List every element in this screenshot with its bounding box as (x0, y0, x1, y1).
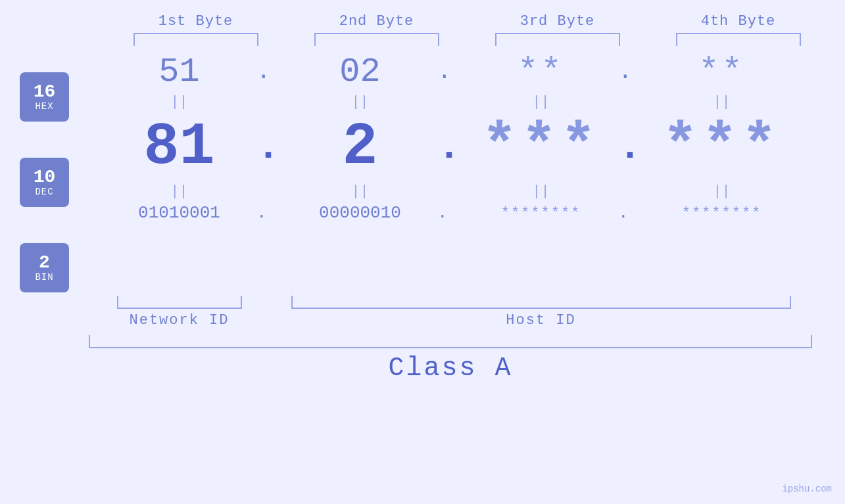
dec-b4-cell: *** (631, 114, 812, 181)
hex-dot2-char: . (437, 58, 452, 85)
dec-b2-value: 2 (342, 107, 377, 187)
hex-badge-label: HEX (35, 101, 53, 112)
dec-b1-value: 81 (143, 107, 214, 187)
bottom-bracket-host (270, 296, 812, 309)
dec-row: 81 . 2 . *** . *** (89, 114, 845, 181)
dec-b3-value: *** (481, 114, 600, 181)
labels-row: Network ID Host ID (0, 312, 845, 329)
bin-b4-cell: ******** (631, 205, 812, 221)
bin-badge-label: BIN (35, 272, 53, 283)
hex-dot1-char: . (256, 58, 271, 85)
hex-b2-cell: 02 (270, 55, 450, 89)
bin-b1-cell: 01010001 (89, 204, 270, 221)
class-a-label: Class A (89, 354, 812, 383)
dec-badge-number: 10 (34, 168, 56, 187)
network-id-label: Network ID (89, 312, 270, 329)
byte3-header: 3rd Byte (467, 13, 648, 30)
equals-2-b4: || (631, 181, 812, 203)
hex-badge: 16 HEX (20, 72, 69, 122)
equals-1-b3: || (450, 91, 631, 114)
hex-b4-value: ** (698, 53, 744, 91)
values-grid: 51 . 02 . ** . ** (89, 53, 845, 292)
watermark: ipshu.com (782, 484, 832, 494)
hex-b1-value: 51 (158, 39, 199, 98)
badges-column: 16 HEX 10 DEC 2 BIN (0, 53, 89, 292)
bin-b2-value: 00000010 (319, 196, 401, 236)
bin-dot1-char: . (256, 203, 267, 223)
byte1-header: 1st Byte (105, 13, 286, 30)
content-area: 16 HEX 10 DEC 2 BIN 51 (0, 53, 845, 292)
top-brackets (0, 33, 845, 46)
hex-b4-cell: ** (631, 53, 812, 91)
hex-row: 51 . 02 . ** . ** (89, 53, 845, 91)
hex-b1-cell: 51 (89, 55, 270, 89)
byte2-header: 2nd Byte (286, 13, 467, 30)
main-container: 1st Byte 2nd Byte 3rd Byte 4th Byte 16 H… (0, 0, 845, 504)
hex-dot3-char: . (618, 58, 633, 85)
equals-2-b3: || (450, 181, 631, 203)
byte4-header: 4th Byte (648, 13, 829, 30)
dec-dot2-char: . (437, 125, 461, 170)
bin-row: 01010001 . 00000010 . ******** . (89, 203, 845, 223)
dec-badge-label: DEC (35, 187, 53, 197)
bottom-bracket-network (89, 296, 270, 309)
class-bracket-line (89, 335, 812, 348)
bin-badge-number: 2 (39, 254, 50, 272)
bracket-host-line (291, 296, 791, 309)
bin-b4-value: ******** (682, 205, 762, 221)
bracket-network-line (117, 296, 242, 309)
dec-b4-value: *** (662, 114, 781, 181)
dec-b1-cell: 81 (89, 118, 270, 177)
bin-b1-value: 01010001 (138, 196, 220, 236)
class-label-wrapper: Class A (0, 348, 845, 383)
bin-b2-cell: 00000010 (270, 204, 450, 221)
bracket-line-b4 (676, 33, 801, 46)
bin-badge: 2 BIN (20, 243, 69, 292)
hex-b3-cell: ** (450, 53, 631, 91)
bracket-b3 (467, 33, 648, 46)
bin-dot3-char: . (618, 203, 629, 223)
bin-dot2-char: . (437, 203, 448, 223)
hex-badge-number: 16 (34, 83, 56, 101)
dec-dot1-char: . (256, 125, 280, 170)
dec-dot3-char: . (618, 125, 642, 170)
class-bracket-wrapper (0, 335, 845, 348)
bottom-brackets-row (0, 296, 845, 309)
dec-badge: 10 DEC (20, 158, 69, 207)
equals-1-b4: || (631, 91, 812, 114)
bin-b3-value: ******** (501, 205, 581, 221)
host-id-label: Host ID (270, 312, 812, 329)
bracket-line-b3 (495, 33, 620, 46)
bracket-b4 (648, 33, 829, 46)
hex-b3-value: ** (518, 53, 564, 91)
hex-b2-value: 02 (339, 39, 380, 98)
byte-headers-row: 1st Byte 2nd Byte 3rd Byte 4th Byte (0, 13, 845, 30)
dec-b2-cell: 2 (270, 118, 450, 177)
bin-b3-cell: ******** (450, 205, 631, 221)
dec-b3-cell: *** (450, 114, 631, 181)
